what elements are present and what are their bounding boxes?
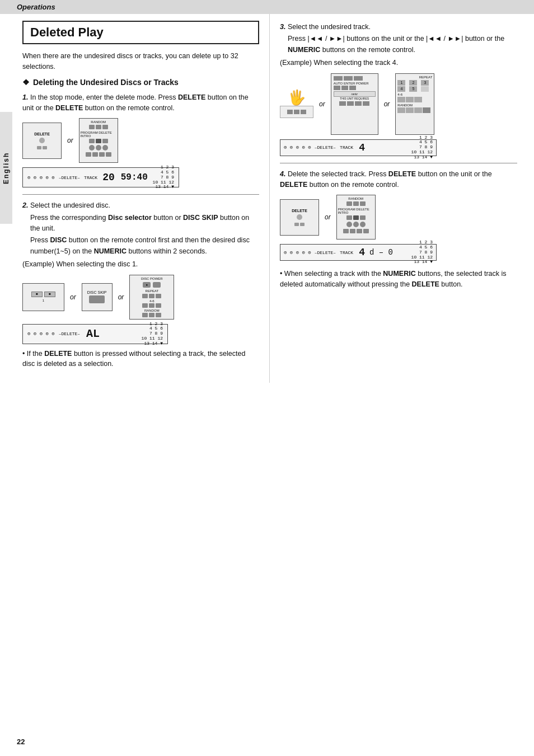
disc-skip-step2: DISC SKIP: [82, 283, 113, 311]
step4-number: 4.: [280, 170, 285, 178]
remote-device-step1: RANDOM PROGRAM DELETE INTRO: [79, 118, 118, 163]
step3-illustration: 🖐 or AUTO ENTER POWER: [280, 73, 517, 135]
remote-numeric-step2: DISC POWER ● REPEAT 4-6 RANDOM: [129, 275, 174, 320]
step2-example: (Example) When selecting the disc 1.: [22, 259, 259, 270]
step1-illustration: DELETE or RANDOM PROGRAM DELETE INTRO: [22, 118, 259, 163]
remote-full-step3: AUTO ENTER POWER rantz THIS UNIT REQUIRE…: [331, 73, 378, 135]
display-panel-step4: ⊙ ⊙ ⊙ ⊙ ⊙ –DELETE– TRACK 4 d – 0 1 2 3 4…: [280, 244, 437, 261]
remote-device-step4: RANDOM PROGRAM DELETE INTRO: [336, 195, 376, 240]
page-title: Deleted Play: [30, 25, 251, 40]
step-2: 2. Select the undesired disc. Press the …: [22, 200, 259, 369]
left-column: Deleted Play When there are the undesire…: [12, 14, 270, 383]
step-3: 3. Select the undesired track. Press |◄◄…: [280, 22, 517, 156]
step2-number: 2.: [22, 201, 28, 209]
or-label-3: or: [319, 100, 325, 108]
step3-number: 3.: [280, 23, 285, 31]
step1-number: 1.: [22, 93, 28, 101]
right-column: 3. Select the undesired track. Press |◄◄…: [270, 14, 527, 383]
header-bar: Operations: [0, 0, 534, 14]
header-label: Operations: [17, 3, 55, 11]
unit-device-step1: DELETE: [22, 123, 62, 159]
step4-illustration: DELETE or RANDOM PROGRAM DELETE INTRO: [280, 195, 517, 240]
or-label-2a: or: [70, 293, 76, 301]
hand-icon-step3: 🖐: [288, 90, 306, 105]
numeric-remote-step3: REPEAT 1 2 3 4 5 4-6 RAN: [395, 73, 434, 135]
or-label-4: or: [325, 213, 331, 221]
note1: • If the DELETE button is pressed withou…: [22, 349, 259, 370]
or-label-1: or: [67, 137, 73, 144]
main-content: Deleted Play When there are the undesire…: [12, 14, 534, 383]
display-panel-step1: ⊙ ⊙ ⊙ ⊙ ⊙ –DELETE– TRACK 20 59:40 1 2 3 …: [22, 167, 179, 187]
unit-buttons-step3: [280, 106, 313, 118]
diamond-icon: ❖: [22, 78, 30, 87]
display-panel-step3: ⊙ ⊙ ⊙ ⊙ ⊙ –DELETE– TRACK 4 1 2 3 4 5 6 7…: [280, 139, 437, 156]
unit-front-step2: ■ ■ 1: [22, 283, 64, 311]
step-4: 4. Delete the selected track. Press DELE…: [280, 169, 517, 290]
note2: • When selecting a track with the NUMERI…: [280, 269, 517, 290]
title-box: Deleted Play: [22, 21, 259, 44]
unit-device-step4: DELETE: [280, 199, 319, 236]
sidebar-english-label: English: [0, 112, 12, 224]
step3-example: (Example) When selecting the track 4.: [280, 58, 517, 68]
page-number: 22: [17, 738, 25, 746]
display-panel-step2: ⊙ ⊙ ⊙ ⊙ ⊙ –DELETE– AL 1 2 3 4 5 6 7 8 9 …: [22, 324, 168, 344]
step1-text: In the stop mode, enter the delete mode.…: [22, 93, 249, 112]
step-1: 1. In the stop mode, enter the delete mo…: [22, 92, 259, 188]
step2-illustration: ■ ■ 1 or DISC SKIP or DISC POWER ●: [22, 275, 259, 320]
intro-text: When there are the undesired discs or tr…: [22, 51, 259, 72]
or-label-3b: or: [384, 100, 390, 108]
section1-heading: ❖ Deleting the Undesired Discs or Tracks: [22, 78, 259, 87]
or-label-2b: or: [118, 293, 124, 301]
